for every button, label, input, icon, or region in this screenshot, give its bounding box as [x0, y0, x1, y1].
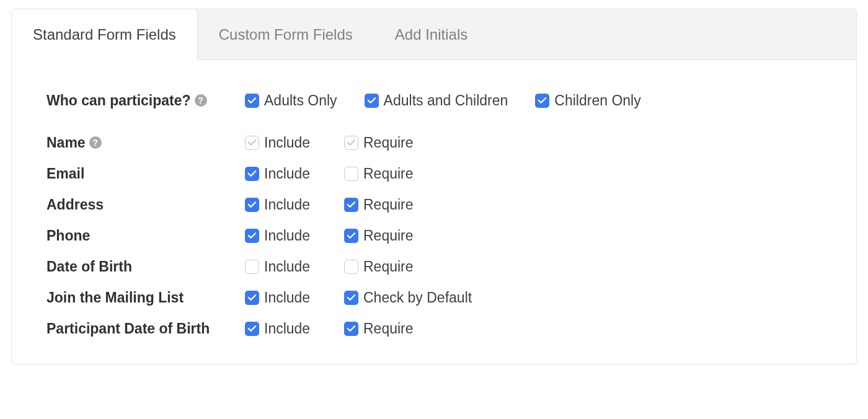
include-option[interactable]: Include: [245, 318, 344, 339]
option-label: Include: [264, 225, 310, 246]
tab-label: Standard Form Fields: [33, 26, 176, 43]
require-option[interactable]: Check by Default: [344, 287, 472, 308]
field-label: Join the Mailing List: [46, 287, 245, 308]
label-text: Name: [46, 132, 86, 153]
checkbox-icon[interactable]: [245, 198, 259, 212]
checkbox-icon[interactable]: [245, 94, 259, 108]
require-option[interactable]: Require: [344, 318, 414, 339]
require-option[interactable]: Require: [344, 225, 414, 246]
include-option[interactable]: Include: [245, 225, 344, 246]
field-options: IncludeRequire: [245, 163, 414, 184]
field-row: PhoneIncludeRequire: [46, 225, 822, 246]
field-options: IncludeRequire: [245, 194, 414, 215]
option-label: Require: [363, 194, 414, 215]
require-option[interactable]: Require: [344, 194, 414, 215]
field-label: Who can participate? ?: [46, 90, 245, 111]
checkbox-icon[interactable]: [245, 322, 259, 336]
field-label: Email: [46, 163, 245, 184]
checkbox-icon: [245, 136, 259, 150]
checkbox-icon[interactable]: [344, 260, 358, 274]
participate-option[interactable]: Adults and Children: [365, 90, 508, 111]
label-text: Address: [46, 194, 104, 215]
label-text: Date of Birth: [46, 256, 132, 277]
field-row: Date of BirthIncludeRequire: [46, 256, 822, 277]
checkbox-icon[interactable]: [245, 260, 259, 274]
field-row: EmailIncludeRequire: [46, 163, 822, 184]
field-row: AddressIncludeRequire: [46, 194, 822, 215]
field-label: Name?: [46, 132, 245, 153]
checkbox-icon[interactable]: [344, 198, 358, 212]
label-text: Phone: [46, 225, 90, 246]
option-label: Require: [363, 132, 414, 153]
checkbox-icon[interactable]: [245, 229, 259, 243]
field-row: Name?IncludeRequire: [46, 132, 822, 153]
label-text: Who can participate?: [46, 90, 191, 111]
field-options: IncludeRequire: [245, 132, 414, 153]
label-text: Email: [46, 163, 84, 184]
option-label: Include: [264, 132, 310, 153]
option-label: Require: [363, 225, 414, 246]
field-label: Address: [46, 194, 245, 215]
include-option[interactable]: Include: [245, 194, 344, 215]
include-option: Include: [245, 132, 344, 153]
checkbox-icon: [344, 136, 358, 150]
checkbox-icon[interactable]: [344, 291, 358, 305]
option-label: Children Only: [554, 90, 640, 111]
help-icon[interactable]: ?: [89, 136, 102, 149]
option-label: Include: [264, 256, 310, 277]
include-option[interactable]: Include: [245, 287, 344, 308]
tab-standard-form-fields[interactable]: Standard Form Fields: [11, 9, 198, 60]
checkbox-icon[interactable]: [344, 229, 358, 243]
require-option[interactable]: Require: [344, 256, 414, 277]
include-option[interactable]: Include: [245, 256, 344, 277]
tabbar: Standard Form Fields Custom Form Fields …: [12, 9, 856, 60]
checkbox-icon[interactable]: [245, 167, 259, 181]
checkbox-icon[interactable]: [245, 291, 259, 305]
tab-add-initials[interactable]: Add Initials: [374, 9, 489, 60]
tab-label: Add Initials: [395, 26, 467, 43]
tab-content: Who can participate? ? Adults OnlyAdults…: [12, 60, 856, 364]
row-who-can-participate: Who can participate? ? Adults OnlyAdults…: [46, 90, 822, 111]
field-label: Participant Date of Birth: [46, 318, 245, 339]
option-label: Check by Default: [363, 287, 472, 308]
option-label: Adults and Children: [384, 90, 508, 111]
option-label: Adults Only: [264, 90, 337, 111]
field-row: Join the Mailing ListIncludeCheck by Def…: [46, 287, 822, 308]
field-options: IncludeRequire: [245, 318, 414, 339]
checkbox-icon[interactable]: [344, 322, 358, 336]
form-fields-panel: Standard Form Fields Custom Form Fields …: [11, 9, 857, 364]
fields-list: Name?IncludeRequireEmailIncludeRequireAd…: [46, 132, 822, 339]
checkbox-icon[interactable]: [535, 94, 549, 108]
field-label: Date of Birth: [46, 256, 245, 277]
field-row: Participant Date of BirthIncludeRequire: [46, 318, 822, 339]
option-label: Require: [363, 163, 414, 184]
label-text: Participant Date of Birth: [46, 318, 210, 339]
option-label: Include: [264, 163, 310, 184]
option-label: Require: [363, 318, 414, 339]
option-label: Include: [264, 194, 310, 215]
option-label: Require: [363, 256, 414, 277]
tab-label: Custom Form Fields: [219, 26, 353, 43]
participate-option[interactable]: Children Only: [535, 90, 640, 111]
help-icon[interactable]: ?: [195, 94, 207, 107]
require-option[interactable]: Require: [344, 163, 414, 184]
label-text: Join the Mailing List: [46, 287, 184, 308]
field-options: IncludeCheck by Default: [245, 287, 472, 308]
participate-options: Adults OnlyAdults and ChildrenChildren O…: [245, 90, 668, 111]
checkbox-icon[interactable]: [365, 94, 379, 108]
include-option[interactable]: Include: [245, 163, 344, 184]
option-label: Include: [264, 318, 310, 339]
option-label: Include: [264, 287, 310, 308]
require-option: Require: [344, 132, 414, 153]
field-label: Phone: [46, 225, 245, 246]
checkbox-icon[interactable]: [344, 167, 358, 181]
participate-option[interactable]: Adults Only: [245, 90, 337, 111]
field-options: IncludeRequire: [245, 225, 414, 246]
field-options: IncludeRequire: [245, 256, 414, 277]
tab-custom-form-fields[interactable]: Custom Form Fields: [198, 9, 374, 60]
